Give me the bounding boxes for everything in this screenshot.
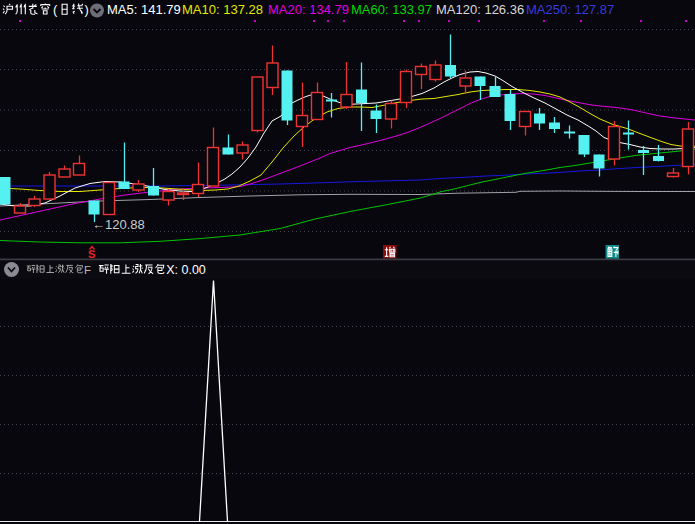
svg-text:S: S [88,248,95,260]
svg-text:MA5: 141.79: MA5: 141.79 [107,2,181,17]
svg-text:MA120: 126.36: MA120: 126.36 [436,2,524,17]
svg-text:(: ( [53,2,58,17]
svg-text:MA60: 133.97: MA60: 133.97 [351,2,432,17]
svg-text:MA250: 127.87: MA250: 127.87 [526,2,614,17]
svg-text:): ) [85,2,89,17]
svg-text:X: 0.00: X: 0.00 [166,263,206,277]
svg-text:MA20: 134.79: MA20: 134.79 [268,2,349,17]
svg-text:F: F [84,264,91,276]
svg-text:←120.88: ←120.88 [92,217,145,232]
svg-text:MA10: 137.28: MA10: 137.28 [182,2,263,17]
